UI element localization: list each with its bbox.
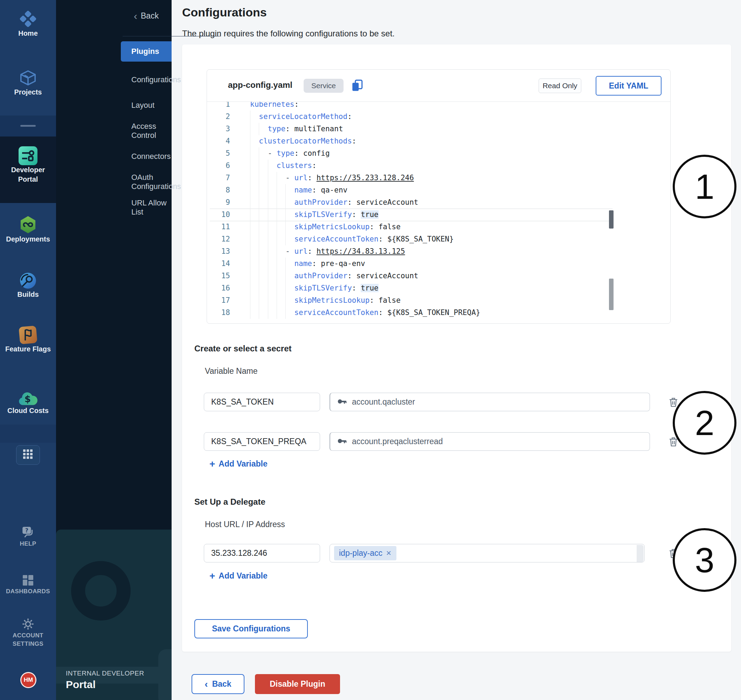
brand-subtitle: INTERNAL DEVELOPER — [66, 669, 144, 677]
back-link[interactable]: ‹ Back — [134, 11, 159, 21]
secret-value: account.qacluster — [352, 397, 415, 407]
yaml-value: multiTenant — [294, 125, 343, 133]
back-button[interactable]: ‹ Back — [192, 674, 245, 694]
code-line: 17 skipMetricsLookup: false — [207, 294, 670, 307]
rail-item-developer-portal[interactable]: DeveloperPortal — [0, 146, 56, 184]
sidebar-item-url-allow-list[interactable]: URL Allow List — [56, 195, 172, 220]
line-number: 12 — [207, 233, 230, 246]
delegate-tags-input[interactable]: idp-play-acc✕ — [330, 544, 645, 562]
rail-item-help[interactable]: ? HELP — [0, 525, 56, 548]
code-line: 11 skipMetricsLookup: false — [207, 221, 670, 233]
annotation-circle-2: 2 — [673, 391, 737, 454]
yaml-value: pre-qa-env — [321, 259, 365, 268]
yaml-value: ${K8S_SA_TOKEN_PREQA} — [387, 308, 480, 317]
add-variable-button-delegate[interactable]: + Add Variable — [209, 571, 268, 581]
yaml-value[interactable]: https://35.233.128.246 — [317, 174, 414, 182]
secret-selector[interactable]: account.qacluster — [330, 393, 650, 411]
sidebar-divider — [122, 36, 220, 37]
yaml-key: name — [294, 259, 312, 268]
secret-value: account.preqaclusterread — [352, 437, 443, 446]
sidebar-brand-panel: INTERNAL DEVELOPER Portal — [56, 529, 172, 700]
yaml-value: qa-env — [321, 186, 348, 194]
avatar[interactable]: HM — [20, 672, 37, 688]
read-only-badge: Read Only — [539, 78, 581, 93]
line-number: 14 — [207, 257, 230, 270]
module-rail: Home Projects DeveloperPortal Deployment… — [0, 0, 56, 700]
code-line: 7 - url: https://35.233.128.246 — [207, 172, 670, 184]
configurations-card: app-config.yaml Service Read Only Edit Y… — [182, 44, 731, 652]
builds-icon — [0, 272, 56, 290]
feature-flags-icon — [0, 325, 56, 344]
projects-icon — [0, 69, 56, 87]
yaml-key: name — [294, 186, 312, 194]
add-variable-button-secrets[interactable]: + Add Variable — [209, 459, 268, 469]
code-line: 10 skipTLSVerify: true — [207, 209, 670, 221]
line-number: 5 — [207, 147, 230, 160]
sidebar-item-configurations[interactable]: Configurations — [56, 67, 172, 93]
decorative-donut — [71, 561, 131, 621]
plugin-sidebar: ‹ Back PluginsConfigurationsLayoutAccess… — [56, 0, 172, 700]
secret-section-heading: Create or select a secret — [194, 344, 292, 353]
key-icon — [337, 436, 347, 448]
yaml-key: skipMetricsLookup — [294, 223, 370, 231]
rail-item-deployments[interactable]: Deployments — [0, 215, 56, 244]
svg-text:?: ? — [25, 527, 28, 534]
yaml-key: skipTLSVerify — [294, 210, 352, 219]
yaml-key: authProvider — [294, 272, 348, 280]
yaml-key: skipMetricsLookup — [294, 296, 370, 304]
module-switcher-button[interactable] — [16, 445, 40, 465]
field-end-strip — [636, 545, 644, 562]
yaml-value: false — [379, 223, 401, 231]
yaml-value[interactable]: https://34.83.13.125 — [317, 247, 405, 256]
editor-scrollbar-thumb[interactable] — [609, 279, 614, 310]
sidebar-item-access-control[interactable]: Access Control — [56, 118, 172, 144]
host-url-input[interactable] — [204, 544, 320, 562]
variable-name-input[interactable] — [204, 393, 320, 411]
rail-item-feature-flags[interactable]: Feature Flags — [0, 325, 56, 354]
code-line: 8 name: qa-env — [207, 184, 670, 196]
yaml-value: ${K8S_SA_TOKEN} — [387, 235, 454, 243]
line-number: 16 — [207, 282, 230, 294]
rail-item-home[interactable]: Home — [0, 9, 56, 38]
rail-item-dashboards[interactable]: DASHBOARDS — [0, 573, 56, 596]
overview-ruler-marker — [609, 210, 614, 229]
edit-yaml-button[interactable]: Edit YAML — [596, 76, 661, 96]
yaml-value: serviceAccount — [356, 198, 418, 206]
add-variable-label: Add Variable — [218, 459, 267, 469]
sidebar-item-plugins[interactable]: Plugins — [121, 41, 172, 62]
code-line: 3 type: multiTenant — [207, 123, 670, 135]
code-line: 5 - type: config — [207, 147, 670, 160]
rail-item-cloud-costs[interactable]: $ Cloud Costs — [0, 391, 56, 415]
sidebar-item-layout[interactable]: Layout — [56, 93, 172, 118]
rail-item-account-settings[interactable]: ACCOUNTSETTINGS — [0, 617, 56, 648]
yaml-key: serviceAccountToken — [294, 308, 378, 317]
yaml-file-name: app-config.yaml — [228, 80, 292, 90]
dashboards-icon — [0, 573, 56, 587]
gear-icon — [0, 617, 56, 631]
yaml-editor[interactable]: 1 kubernetes: 2 serviceLocatorMethod: 3 … — [207, 102, 670, 324]
yaml-key: skipTLSVerify — [294, 284, 352, 292]
variable-name-input[interactable] — [204, 432, 320, 451]
chevron-left-icon: ‹ — [134, 12, 137, 20]
disable-plugin-button[interactable]: Disable Plugin — [255, 674, 340, 694]
yaml-code-card: app-config.yaml Service Read Only Edit Y… — [206, 69, 670, 324]
yaml-key: authProvider — [294, 198, 348, 206]
annotation-circle-3: 3 — [673, 528, 737, 592]
developer-portal-icon — [0, 146, 56, 165]
rail-chevron-band[interactable] — [0, 425, 56, 443]
rail-item-builds[interactable]: Builds — [0, 272, 56, 299]
sidebar-item-oauth-configurations[interactable]: OAuth Configurations — [56, 169, 172, 195]
line-number: 11 — [207, 221, 230, 233]
brand-title: Portal — [66, 679, 96, 691]
svg-text:$: $ — [25, 394, 31, 404]
secret-selector[interactable]: account.preqaclusterread — [330, 432, 650, 451]
line-number: 13 — [207, 246, 230, 257]
code-line: 9 authProvider: serviceAccount — [207, 196, 670, 209]
save-configurations-button[interactable]: Save Configurations — [194, 619, 308, 638]
remove-tag-icon[interactable]: ✕ — [386, 549, 392, 557]
sidebar-item-connectors[interactable]: Connectors — [56, 144, 172, 169]
copy-icon[interactable] — [351, 79, 364, 93]
rail-collapse-handle[interactable] — [20, 125, 36, 127]
code-line: 18 serviceAccountToken: ${K8S_SA_TOKEN_P… — [207, 307, 670, 319]
rail-item-projects[interactable]: Projects — [0, 69, 56, 97]
